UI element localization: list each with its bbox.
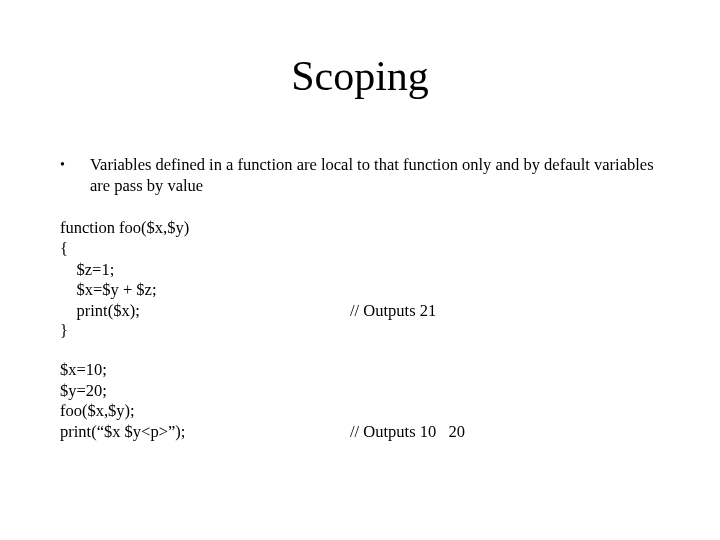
slide-body: • Variables defined in a function are lo… <box>60 155 670 461</box>
code-line: $y=20; <box>60 381 350 402</box>
code-block-2: $x=10; $y=20; foo($x,$y); print(“$x $y<p… <box>60 360 670 443</box>
code-block-1: function foo($x,$y) { $z=1; $x=$y + $z; … <box>60 218 670 342</box>
code-line: $z=1; <box>60 260 350 281</box>
code-line: { <box>60 239 350 260</box>
slide: Scoping • Variables defined in a functio… <box>0 0 720 540</box>
bullet-marker: • <box>60 155 90 175</box>
code-line: print(“$x $y<p>”); <box>60 422 350 443</box>
code-line: $x=$y + $z; <box>60 280 350 301</box>
code-line: $x=10; <box>60 360 350 381</box>
slide-title: Scoping <box>0 52 720 100</box>
code-line: function foo($x,$y) <box>60 218 350 239</box>
code-line: } <box>60 321 350 342</box>
code-line: foo($x,$y); <box>60 401 350 422</box>
code-comment: // Outputs 10 20 <box>350 422 465 443</box>
code-line: print($x); <box>60 301 350 322</box>
bullet-item: • Variables defined in a function are lo… <box>60 155 670 196</box>
bullet-text: Variables defined in a function are loca… <box>90 155 670 196</box>
code-comment: // Outputs 21 <box>350 301 436 322</box>
